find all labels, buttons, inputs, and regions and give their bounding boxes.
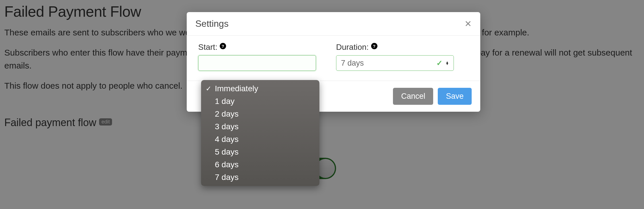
modal-header: Settings ✕: [187, 12, 480, 36]
duration-select-value: 7 days: [341, 59, 364, 68]
select-indicators: ✓ ▲▼: [436, 59, 449, 68]
duration-field-group: Duration: ? 7 days ✓ ▲▼: [336, 43, 454, 71]
start-label-row: Start: ?: [198, 43, 316, 52]
modal-body: Start: ? Duration: ? 7 days ✓ ▲▼: [187, 36, 480, 81]
help-icon[interactable]: ?: [371, 43, 377, 49]
updown-icon: ▲▼: [446, 61, 449, 65]
cancel-button[interactable]: Cancel: [393, 88, 433, 105]
dropdown-item[interactable]: 1 day: [201, 95, 319, 108]
dropdown-item[interactable]: 3 days: [201, 120, 319, 133]
dropdown-item[interactable]: Immediately✓: [201, 82, 319, 95]
duration-label: Duration:: [336, 43, 369, 52]
dropdown-item[interactable]: 2 days: [201, 108, 319, 120]
dropdown-item[interactable]: 6 days: [201, 158, 319, 171]
save-button[interactable]: Save: [438, 88, 472, 105]
help-icon[interactable]: ?: [220, 43, 226, 49]
dropdown-item[interactable]: 5 days: [201, 146, 319, 158]
start-select[interactable]: [198, 55, 316, 71]
start-dropdown: Immediately✓1 day2 days3 days4 days5 day…: [201, 80, 319, 186]
modal-title: Settings: [195, 18, 229, 29]
duration-select[interactable]: 7 days ✓ ▲▼: [336, 55, 454, 71]
check-icon: ✓: [206, 85, 211, 93]
start-label: Start:: [198, 43, 217, 52]
checkmark-icon: ✓: [436, 59, 443, 68]
close-icon[interactable]: ✕: [464, 20, 472, 28]
start-field-group: Start: ?: [198, 43, 316, 71]
duration-label-row: Duration: ?: [336, 43, 454, 52]
dropdown-item[interactable]: 4 days: [201, 133, 319, 146]
dropdown-item[interactable]: 7 days: [201, 171, 319, 184]
